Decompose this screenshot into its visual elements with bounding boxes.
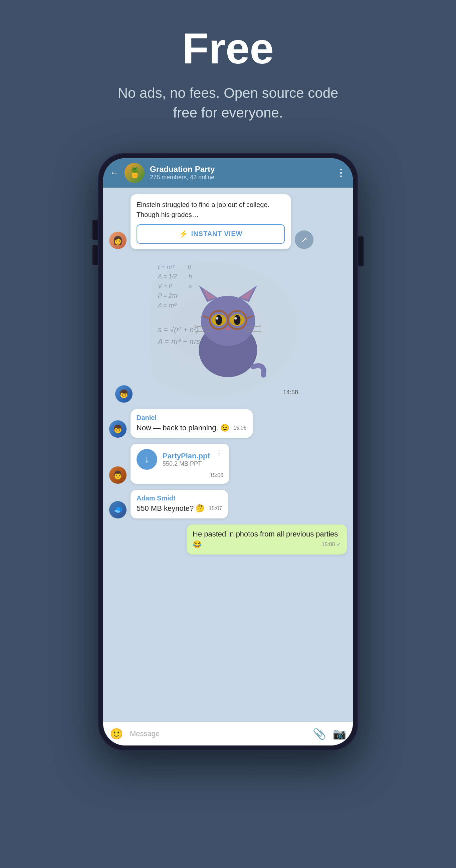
back-button[interactable]: ←: [110, 167, 119, 178]
volume-up-button: [92, 220, 98, 240]
own-message-time: 15:08 ✓: [322, 541, 341, 548]
file-menu-button[interactable]: ⋮: [215, 449, 223, 458]
avatar: 👦: [109, 420, 126, 438]
avatar: 👩: [109, 232, 126, 249]
phone-shell: ← 🍍 Graduation Party 278 members, 42 onl…: [98, 153, 358, 751]
message-check-icon: ✓: [336, 541, 341, 547]
cat-sticker: [185, 279, 271, 379]
message-text: Now — back to planning. 😉 15:06: [136, 423, 247, 433]
message-text: 550 MB keynote? 🤔 15:07: [136, 503, 222, 514]
avatar: 👨: [109, 466, 126, 484]
power-button: [358, 236, 364, 267]
message-time: 15:07: [209, 505, 222, 512]
instant-view-label: INSTANT VIEW: [191, 230, 243, 238]
message-row: 👦 Daniel Now — back to planning. 😉 15:06: [109, 409, 347, 438]
group-avatar-emoji: 🍍: [128, 167, 141, 179]
svg-point-11: [234, 317, 237, 319]
chat-input-bar: 🙂 Message 📎 📷: [103, 722, 353, 745]
own-message-bubble: He pasted in photos from all previous pa…: [187, 524, 347, 555]
side-buttons-left: [92, 220, 98, 265]
group-name: Graduation Party: [150, 164, 331, 174]
svg-point-8: [216, 315, 222, 325]
share-button[interactable]: ↗: [295, 230, 313, 249]
cat-sticker-image: [185, 279, 271, 379]
file-name: PartyPlan.ppt: [162, 452, 210, 460]
message-bubble: Daniel Now — back to planning. 😉 15:06: [130, 409, 253, 438]
file-time: 15:06: [136, 472, 223, 478]
group-avatar: 🍍: [124, 163, 145, 183]
sticker-area: 👦 t = πr² θ A = 1/2 h V = l³ s P = 2πr A…: [109, 256, 347, 403]
link-preview-bubble: Einstein struggled to find a job out of …: [130, 194, 291, 249]
chat-header: ← 🍍 Graduation Party 278 members, 42 onl…: [103, 158, 353, 188]
message-bubble: Adam Smidt 550 MB keynote? 🤔 15:07: [130, 490, 228, 519]
hero-title: Free: [111, 27, 345, 70]
own-message-text: He pasted in photos from all previous pa…: [193, 529, 341, 550]
file-size: 550.2 MB PPT: [162, 460, 210, 467]
phone-screen: ← 🍍 Graduation Party 278 members, 42 onl…: [103, 158, 353, 745]
volume-down-button: [92, 245, 98, 265]
chat-info: Graduation Party 278 members, 42 online: [150, 164, 331, 181]
link-preview-text: Einstein struggled to find a job out of …: [136, 199, 285, 220]
emoji-button[interactable]: 🙂: [110, 727, 123, 740]
message-time: 15:06: [233, 424, 247, 432]
phone-wrapper: ← 🍍 Graduation Party 278 members, 42 onl…: [98, 153, 358, 751]
message-input[interactable]: Message: [130, 727, 306, 741]
chat-menu-button[interactable]: ⋮: [336, 167, 346, 178]
hero-subtitle: No ads, no fees. Open source code free f…: [111, 84, 345, 123]
file-info: PartyPlan.ppt 550.2 MB PPT: [162, 452, 210, 467]
message-row: 👩 Einstein struggled to find a job out o…: [109, 194, 347, 249]
svg-point-9: [234, 315, 241, 325]
bolt-icon: ⚡: [179, 230, 188, 238]
message-sender: Daniel: [136, 414, 247, 422]
message-row: 👨 ↓ PartyPlan.ppt 550.2 MB PPT ⋮ 15:06: [109, 444, 347, 484]
group-members: 278 members, 42 online: [150, 174, 331, 181]
message-row-own: He pasted in photos from all previous pa…: [109, 524, 347, 555]
file-row: ↓ PartyPlan.ppt 550.2 MB PPT ⋮: [136, 449, 223, 470]
svg-point-10: [216, 317, 219, 319]
avatar: 👦: [115, 385, 132, 403]
file-bubble: ↓ PartyPlan.ppt 550.2 MB PPT ⋮ 15:06: [130, 444, 229, 484]
chat-body: 👩 Einstein struggled to find a job out o…: [103, 188, 353, 722]
message-row: 🧢 Adam Smidt 550 MB keynote? 🤔 15:07: [109, 490, 347, 519]
sticker-container: t = πr² θ A = 1/2 h V = l³ s P = 2πr A =…: [151, 256, 305, 403]
instant-view-button[interactable]: ⚡ INSTANT VIEW: [136, 224, 285, 244]
hero-section: Free No ads, no fees. Open source code f…: [98, 0, 358, 143]
attach-button[interactable]: 📎: [313, 727, 326, 740]
camera-button[interactable]: 📷: [333, 727, 346, 740]
sticker-time: 14:58: [283, 389, 298, 396]
download-button[interactable]: ↓: [136, 449, 157, 470]
message-sender: Adam Smidt: [136, 494, 222, 502]
avatar: 🧢: [109, 501, 126, 519]
